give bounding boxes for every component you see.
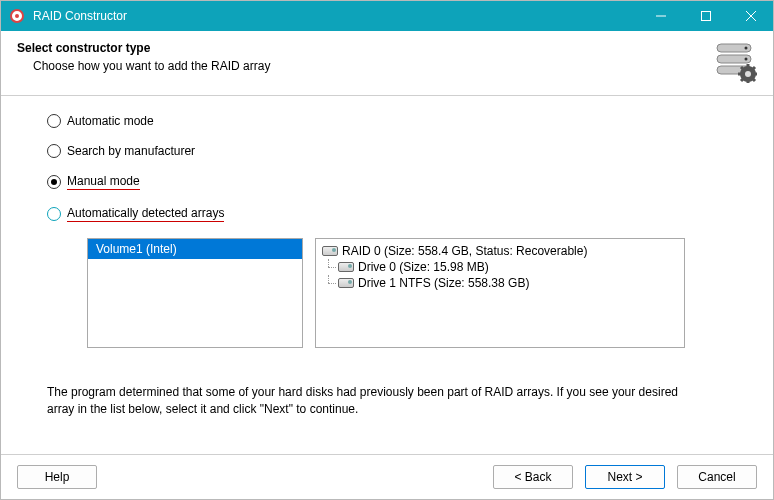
minimize-button[interactable] [638,1,683,31]
info-text: The program determined that some of your… [47,384,693,419]
option-automatic-mode[interactable]: Automatic mode [47,114,733,128]
help-button[interactable]: Help [17,465,97,489]
volume-item[interactable]: Volume1 (Intel) [88,239,302,259]
radio-icon [47,207,61,221]
svg-point-13 [745,71,751,77]
svg-line-18 [741,67,744,70]
maximize-button[interactable] [683,1,728,31]
svg-point-10 [745,58,748,61]
radio-icon [47,175,61,189]
radio-icon [47,144,61,158]
tree-root-label: RAID 0 (Size: 558.4 GB, Status: Recovera… [342,244,587,258]
page-title: Select constructor type [17,41,715,55]
app-icon [9,8,25,24]
option-label: Automatic mode [67,114,154,128]
drive-icon [338,278,354,288]
array-tree[interactable]: RAID 0 (Size: 558.4 GB, Status: Recovera… [315,238,685,348]
volumes-list[interactable]: Volume1 (Intel) [87,238,303,348]
wizard-footer: Help < Back Next > Cancel [1,454,773,499]
svg-point-1 [15,14,19,18]
raid-stack-icon [715,41,757,83]
drive-icon [322,246,338,256]
window-title: RAID Constructor [33,9,638,23]
next-button[interactable]: Next > [585,465,665,489]
back-button[interactable]: < Back [493,465,573,489]
option-label: Search by manufacturer [67,144,195,158]
option-auto-detected-arrays[interactable]: Automatically detected arrays [47,206,733,222]
cancel-button[interactable]: Cancel [677,465,757,489]
detected-arrays-panels: Volume1 (Intel) RAID 0 (Size: 558.4 GB, … [87,238,733,348]
page-subtitle: Choose how you want to add the RAID arra… [33,59,715,73]
close-button[interactable] [728,1,773,31]
option-label: Manual mode [67,174,140,190]
titlebar: RAID Constructor [1,1,773,31]
raid-constructor-window: RAID Constructor Select constructor type… [0,0,774,500]
svg-point-9 [745,47,748,50]
wizard-header: Select constructor type Choose how you w… [1,31,773,96]
radio-icon [47,114,61,128]
tree-child[interactable]: Drive 0 (Size: 15.98 MB) [316,259,684,275]
tree-root[interactable]: RAID 0 (Size: 558.4 GB, Status: Recovera… [316,243,684,259]
option-manual-mode[interactable]: Manual mode [47,174,733,190]
tree-child[interactable]: Drive 1 NTFS (Size: 558.38 GB) [316,275,684,291]
svg-rect-3 [701,12,710,21]
window-controls [638,1,773,31]
tree-child-label: Drive 0 (Size: 15.98 MB) [358,260,489,274]
svg-line-21 [741,78,744,81]
svg-line-20 [752,67,755,70]
option-search-by-manufacturer[interactable]: Search by manufacturer [47,144,733,158]
svg-line-19 [752,78,755,81]
drive-icon [338,262,354,272]
tree-child-label: Drive 1 NTFS (Size: 558.38 GB) [358,276,529,290]
wizard-content: Automatic mode Search by manufacturer Ma… [1,96,773,454]
option-label: Automatically detected arrays [67,206,224,222]
